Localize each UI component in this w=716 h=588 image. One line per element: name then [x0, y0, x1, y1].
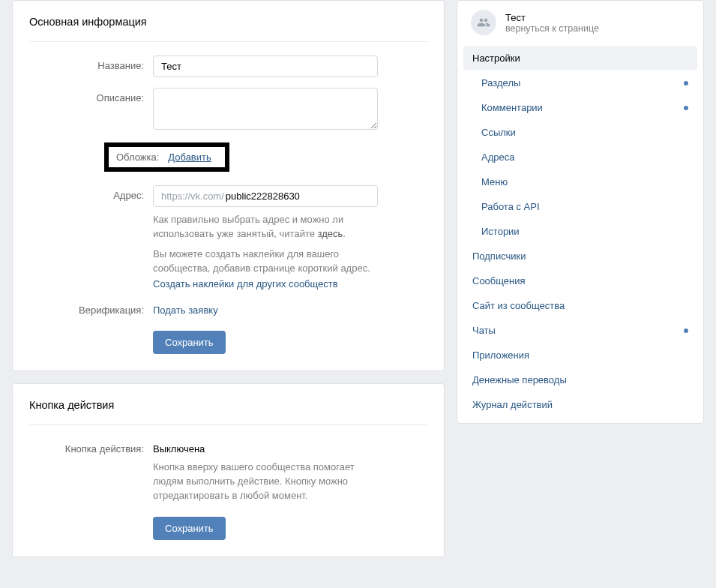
sidebar-item-label: Чаты: [472, 325, 496, 336]
sidebar-item-label: Истории: [481, 226, 520, 237]
description-input[interactable]: [153, 88, 378, 130]
sidebar-item[interactable]: Разделы: [463, 70, 697, 95]
sidebar-item-label: Сообщения: [472, 275, 526, 286]
sidebar-item[interactable]: Истории: [463, 219, 697, 244]
sidebar-item[interactable]: Ссылки: [463, 120, 697, 145]
sidebar-item[interactable]: Меню: [463, 170, 697, 194]
notification-dot-icon: [684, 106, 688, 110]
address-hint-here-link[interactable]: здесь: [318, 228, 343, 239]
notification-dot-icon: [684, 81, 688, 86]
row-action-state: Кнопка действия: Выключена Кнопка вверху…: [29, 439, 427, 503]
label-name: Название:: [29, 56, 153, 71]
address-hint: Как правильно выбрать адрес и можно ли и…: [153, 213, 385, 242]
label-verification: Верификация:: [29, 300, 153, 316]
sidebar-item[interactable]: Чаты: [463, 318, 697, 343]
row-name: Название:: [29, 56, 427, 77]
address-input[interactable]: [224, 186, 377, 206]
back-to-page-link[interactable]: вернуться к странице: [505, 23, 599, 34]
row-cover-highlighted: Обложка: Добавить: [104, 142, 229, 172]
action-save-button[interactable]: Сохранить: [153, 517, 226, 540]
sidebar-item[interactable]: Денежные переводы: [463, 368, 697, 392]
label-description: Описание:: [29, 88, 153, 104]
sidebar-item-label: Подписчики: [472, 250, 526, 262]
sidebar-card: Тест вернуться к странице НастройкиРазде…: [457, 0, 704, 424]
sidebar-item[interactable]: Адреса: [463, 145, 697, 170]
sidebar-header[interactable]: Тест вернуться к странице: [457, 1, 703, 46]
action-button-title: Кнопка действия: [29, 399, 427, 425]
sidebar-item-label: Настройки: [472, 52, 520, 64]
sidebar-item-label: Меню: [481, 176, 508, 188]
sidebar-item[interactable]: Сообщения: [463, 268, 697, 293]
sidebar-item[interactable]: Работа с API: [463, 194, 697, 219]
sidebar-item[interactable]: Приложения: [463, 343, 697, 368]
label-cover: Обложка:: [116, 152, 168, 163]
sidebar-item-label: Адреса: [481, 152, 514, 163]
sidebar-item-label: Журнал действий: [472, 399, 553, 410]
label-action: Кнопка действия:: [29, 439, 153, 454]
basic-info-card: Основная информация Название: Описание: …: [12, 0, 445, 371]
sidebar-item-label: Ссылки: [481, 127, 516, 138]
sidebar-item[interactable]: Подписчики: [463, 244, 697, 268]
action-hint: Кнопка вверху вашего сообщества помогает…: [153, 460, 385, 503]
sidebar-item-label: Комментарии: [481, 102, 543, 113]
group-icon: [477, 16, 490, 29]
cover-add-link[interactable]: Добавить: [168, 152, 211, 163]
sidebar-item[interactable]: Комментарии: [463, 95, 697, 120]
save-button[interactable]: Сохранить: [153, 331, 226, 354]
sidebar-item[interactable]: Сайт из сообщества: [463, 293, 697, 318]
label-address: Адрес:: [29, 185, 153, 201]
name-input[interactable]: [153, 56, 378, 77]
sidebar-menu: НастройкиРазделыКомментарииСсылкиАдресаМ…: [457, 46, 703, 417]
row-description: Описание:: [29, 88, 427, 132]
verification-apply-link[interactable]: Подать заявку: [153, 304, 218, 316]
sidebar-item-label: Работа с API: [481, 201, 540, 212]
row-address: Адрес: https://vk.com/ Как правильно выб…: [29, 185, 427, 290]
stickers-other-link[interactable]: Создать наклейки для других сообществ: [153, 278, 338, 290]
basic-info-title: Основная информация: [29, 16, 427, 42]
stickers-hint: Вы можете создать наклейки для вашего со…: [153, 248, 385, 276]
sidebar-item[interactable]: Настройки: [463, 46, 697, 70]
row-verification: Верификация: Подать заявку: [29, 300, 427, 316]
sidebar-item-label: Сайт из сообщества: [472, 300, 565, 311]
address-prefix: https://vk.com/: [161, 186, 224, 206]
sidebar-item-label: Денежные переводы: [472, 374, 567, 386]
group-name: Тест: [505, 12, 599, 23]
notification-dot-icon: [684, 328, 688, 333]
group-avatar: [471, 10, 496, 35]
action-button-card: Кнопка действия Кнопка действия: Выключе…: [12, 383, 445, 557]
sidebar-item-label: Разделы: [481, 77, 520, 88]
address-input-wrap[interactable]: https://vk.com/: [153, 185, 378, 207]
action-state-value: Выключена: [153, 439, 427, 454]
sidebar-item[interactable]: Журнал действий: [463, 392, 697, 417]
sidebar-item-label: Приложения: [472, 350, 529, 361]
